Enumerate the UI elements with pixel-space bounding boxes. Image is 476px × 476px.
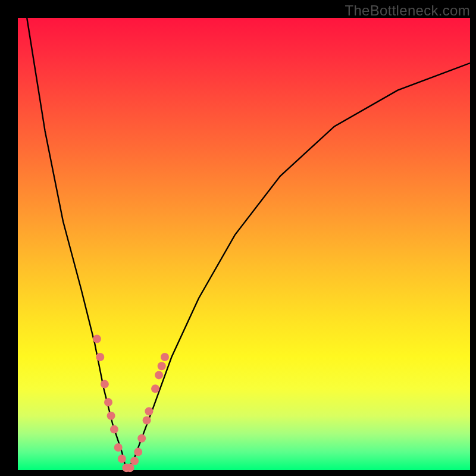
data-point-marker: [151, 384, 159, 393]
data-point-marker: [158, 362, 166, 370]
data-point-marker: [134, 448, 142, 456]
data-point-marker: [93, 335, 101, 343]
data-point-marker: [155, 371, 163, 379]
data-point-marker: [118, 455, 126, 463]
curve-svg: [18, 18, 470, 470]
data-point-marker: [104, 398, 112, 406]
marker-group: [93, 335, 169, 472]
data-point-marker: [126, 464, 134, 472]
data-point-marker: [137, 434, 146, 443]
data-point-marker: [96, 353, 104, 361]
data-point-marker: [107, 412, 115, 420]
data-point-marker: [110, 425, 118, 434]
chart-frame: TheBottleneck.com: [0, 0, 476, 476]
data-point-marker: [130, 457, 139, 465]
plot-area: [18, 18, 470, 470]
data-point-marker: [161, 353, 169, 361]
watermark-text: TheBottleneck.com: [345, 2, 470, 19]
data-point-marker: [101, 380, 109, 389]
data-point-marker: [143, 416, 151, 424]
data-point-marker: [114, 443, 123, 452]
bottleneck-curve-path: [27, 18, 470, 470]
data-point-marker: [145, 407, 153, 415]
